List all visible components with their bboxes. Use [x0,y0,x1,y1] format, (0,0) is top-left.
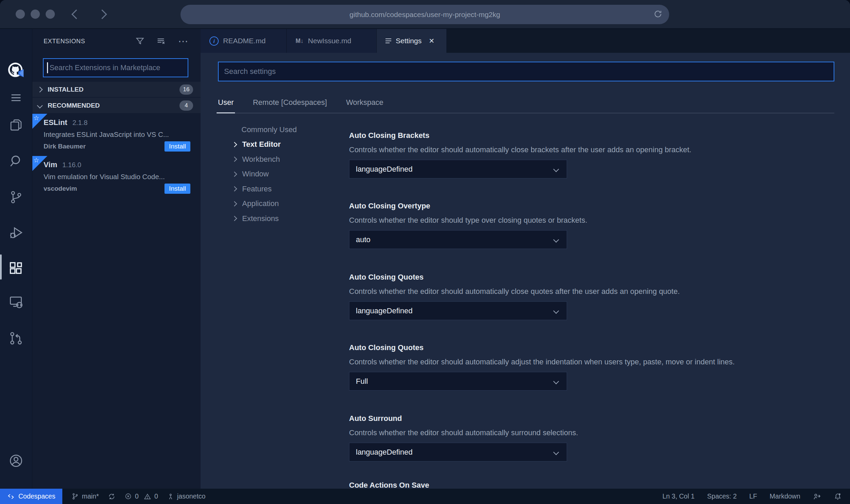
toc-workbench[interactable]: Workbench [233,152,345,167]
extension-publisher: Dirk Baeumer [44,143,164,150]
tab-settings[interactable]: Settings ✕ [377,29,447,53]
active-view-indicator [0,254,2,280]
logged-in-user-button[interactable]: jasonetco [167,492,205,500]
status-bar: Codespaces main* 0 0 jasonetco Ln 3, Col… [0,489,850,504]
notifications-bell-icon[interactable] [834,492,842,501]
settings-editor: User Remote [Codespaces] Workspace Commo… [201,53,850,489]
indentation[interactable]: Spaces: 2 [707,492,737,500]
language-mode[interactable]: Markdown [770,492,800,500]
tab-newissue[interactable]: M↓ NewIssue.md [287,29,377,53]
section-label: INSTALLED [48,86,83,93]
activity-explorer-button[interactable] [0,115,32,135]
forward-button[interactable] [97,9,107,19]
close-tab-icon[interactable]: ✕ [429,37,435,45]
toc-window[interactable]: Window [233,167,345,182]
activity-source-control-button[interactable] [0,187,32,207]
extension-list-item[interactable]: ☆ ESLint 2.1.8 Integrates ESLint JavaScr… [32,114,201,156]
section-installed[interactable]: INSTALLED 16 [32,82,201,97]
codespaces-label: Codespaces [18,492,55,500]
install-button[interactable]: Install [164,141,190,152]
chevron-down-icon [553,166,559,172]
person-icon [167,493,174,500]
more-actions-icon[interactable]: ⋯ [178,38,188,45]
back-button[interactable] [71,9,81,19]
toc-application[interactable]: Application [233,196,345,211]
close-window-button[interactable] [16,10,25,19]
clear-extensions-filter-icon[interactable] [156,36,167,46]
chevron-down-icon [553,378,559,384]
maximize-window-button[interactable] [46,10,55,19]
eol-sequence[interactable]: LF [749,492,757,500]
section-recommended[interactable]: RECOMMENDED 4 [32,98,201,113]
setting-row: Auto Closing Brackets Controls whether t… [349,131,834,178]
tab-readme[interactable]: i README.md [201,29,287,53]
markdown-icon: M↓ [296,37,303,45]
explorer-files-icon [9,118,23,132]
warning-count: 0 [154,492,158,500]
chevron-right-icon [232,186,237,192]
error-count: 0 [135,492,139,500]
activity-search-button[interactable] [0,151,32,171]
setting-description: Controls whether the editor should autom… [349,145,834,154]
settings-toc: Commonly Used Text Editor Workbench Wind… [233,122,345,226]
problems-button[interactable]: 0 0 [125,492,158,500]
section-label: RECOMMENDED [48,102,100,109]
errors-icon [125,493,132,500]
reload-button[interactable] [654,10,662,18]
setting-value-dropdown[interactable]: languageDefined [349,443,567,461]
remote-indicator-button[interactable]: Codespaces [0,489,62,504]
remote-explorer-icon [9,295,23,310]
setting-title: Auto Surround [349,414,834,423]
github-codespaces-logo-icon [7,61,25,80]
install-button[interactable]: Install [164,184,190,194]
remote-icon [7,493,15,500]
minimize-window-button[interactable] [31,10,40,19]
back-icon [72,9,81,19]
tab-label: NewIssue.md [308,37,351,45]
activity-extensions-button[interactable] [0,258,32,278]
cursor-position[interactable]: Ln 3, Col 1 [662,492,694,500]
address-bar[interactable]: github.com/codespaces/user-my-project-mg… [180,5,669,24]
search-icon [9,154,23,168]
setting-value-dropdown[interactable]: languageDefined [349,301,567,320]
toc-features[interactable]: Features [233,182,345,196]
activity-run-debug-button[interactable] [0,222,32,243]
extensions-search-input[interactable] [49,63,185,73]
setting-description: Controls whether the editor should autom… [349,287,834,296]
activity-remote-explorer-button[interactable] [0,292,32,312]
extension-description: Integrates ESLint JavaScript into VS C..… [44,130,190,139]
chevron-right-icon [232,157,237,162]
sync-status-button[interactable] [108,493,115,500]
extensions-sidebar: EXTENSIONS ⋯ INSTALLED 16 RECOMMENDED 4 [32,29,201,489]
codespaces-home-button[interactable] [0,60,32,81]
git-branch-icon [72,493,79,500]
settings-list-icon [385,37,391,45]
chevron-down-icon [553,449,559,455]
toc-extensions[interactable]: Extensions [233,211,345,226]
setting-value-dropdown[interactable]: auto [349,230,567,249]
setting-title: Auto Closing Brackets [349,131,834,140]
feedback-icon[interactable] [813,492,821,501]
scope-tab-remote[interactable]: Remote [Codespaces] [253,92,327,113]
pull-request-icon [9,331,23,346]
extension-version: 1.16.0 [62,161,81,169]
star-icon: ☆ [33,156,39,164]
toc-commonly-used[interactable]: Commonly Used [233,122,345,137]
setting-value-dropdown[interactable]: languageDefined [349,160,567,178]
menu-button[interactable] [0,88,32,108]
setting-value-dropdown[interactable]: Full [349,372,567,391]
forward-icon [97,9,107,19]
extension-list-item[interactable]: ☆ Vim 1.16.0 Vim emulation for Visual St… [32,156,201,198]
chevron-right-icon [232,216,237,221]
account-button[interactable] [0,451,32,471]
toc-text-editor[interactable]: Text Editor [233,137,345,152]
scope-tab-user[interactable]: User [218,92,234,113]
activity-pull-requests-button[interactable] [0,328,32,348]
warnings-icon [144,493,151,500]
sidebar-title: EXTENSIONS [44,38,135,45]
filter-icon[interactable] [135,36,145,46]
extensions-search-box[interactable] [43,58,188,77]
branch-status-button[interactable]: main* [72,492,99,500]
status-bar-right: Ln 3, Col 1 Spaces: 2 LF Markdown [662,492,850,501]
setting-description: Controls whether the editor should type … [349,216,834,225]
